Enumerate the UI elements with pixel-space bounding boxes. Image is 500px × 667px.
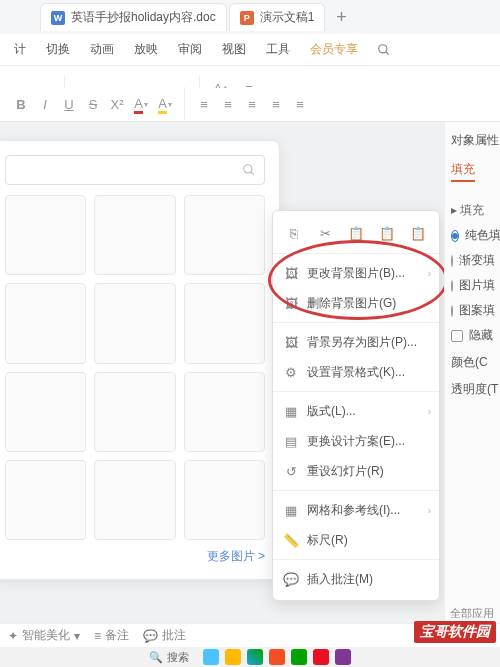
search-icon (377, 43, 391, 57)
taskbar-app-icon[interactable] (225, 649, 241, 665)
format-icon: ⚙ (281, 360, 301, 384)
reset-icon: ↺ (281, 459, 301, 483)
ctx-ruler[interactable]: 📏 标尺(R) (273, 525, 439, 555)
tab-title: 英语手抄报holiday内容.doc (71, 9, 216, 26)
ctx-label: 标尺(R) (307, 532, 431, 549)
picker-search-input[interactable] (5, 155, 265, 185)
ctx-label: 设置背景格式(K)... (307, 364, 431, 381)
taskbar-search[interactable]: 🔍 搜索 (149, 650, 188, 665)
menu-tools[interactable]: 工具 (256, 34, 300, 66)
picker-thumbnail[interactable] (94, 372, 175, 452)
fill-option-pattern[interactable]: 图案填 (451, 302, 494, 319)
ctx-insert-comment[interactable]: 💬 插入批注(M) (273, 564, 439, 594)
search-icon (242, 163, 256, 177)
copy-icon[interactable]: ⎘ (282, 221, 306, 245)
picker-thumbnail[interactable] (184, 283, 265, 363)
align-left-button[interactable]: ≡ (193, 94, 215, 116)
picker-thumbnail[interactable] (5, 460, 86, 540)
checkbox-icon (451, 330, 463, 342)
underline-button[interactable]: U (58, 94, 80, 116)
fill-option-solid[interactable]: 纯色填 (451, 227, 494, 244)
picker-thumbnail[interactable] (184, 372, 265, 452)
tab-doc-ppt[interactable]: P 演示文稿1 (229, 3, 326, 31)
svg-point-0 (379, 44, 387, 52)
chevron-right-icon: › (428, 406, 431, 417)
notes-button[interactable]: ≡备注 (94, 627, 129, 644)
smart-beautify-button[interactable]: ✦智能美化 ▾ (8, 627, 80, 644)
align-distribute-button[interactable]: ≡ (289, 94, 311, 116)
ctx-delete-bg-image[interactable]: 🖼 删除背景图片(G) (273, 288, 439, 318)
word-doc-icon: W (51, 11, 65, 25)
menu-view[interactable]: 视图 (212, 34, 256, 66)
panel-tab-fill[interactable]: 填充 (451, 161, 475, 182)
bold-button[interactable]: B (10, 94, 32, 116)
picker-thumbnail[interactable] (94, 195, 175, 275)
svg-point-2 (244, 165, 252, 173)
align-justify-button[interactable]: ≡ (265, 94, 287, 116)
taskbar-app-icon[interactable] (203, 649, 219, 665)
all-apps-label[interactable]: 全部应用 (450, 606, 494, 621)
add-tab-button[interactable]: + (327, 3, 355, 31)
ctx-grid-guides[interactable]: ▦ 网格和参考线(I)... › (273, 495, 439, 525)
ctx-change-design[interactable]: ▤ 更换设计方案(E)... (273, 426, 439, 456)
align-center-button[interactable]: ≡ (217, 94, 239, 116)
picker-thumbnail[interactable] (184, 195, 265, 275)
highlight-button[interactable]: A▾ (154, 94, 176, 116)
picker-thumbnail[interactable] (5, 195, 86, 275)
strike-button[interactable]: S (82, 94, 104, 116)
ctx-reset-slide[interactable]: ↺ 重设幻灯片(R) (273, 456, 439, 486)
taskbar-app-icon[interactable] (291, 649, 307, 665)
ctx-label: 版式(L)... (307, 403, 422, 420)
taskbar-app-icon[interactable] (269, 649, 285, 665)
font-color-button[interactable]: A▾ (130, 94, 152, 116)
taskbar-wps-icon[interactable] (313, 649, 329, 665)
picker-thumbnail[interactable] (5, 372, 86, 452)
ctx-layout[interactable]: ▦ 版式(L)... › (273, 396, 439, 426)
ruler-icon: 📏 (281, 528, 301, 552)
ctx-label: 删除背景图片(G) (307, 295, 431, 312)
ctx-change-bg-image[interactable]: 🖼 更改背景图片(B)... › (273, 258, 439, 288)
radio-icon (451, 280, 453, 292)
picker-thumbnail[interactable] (94, 460, 175, 540)
picker-grid (5, 195, 265, 540)
superscript-button[interactable]: X² (106, 94, 128, 116)
menu-design[interactable]: 计 (4, 34, 36, 66)
tab-doc-word[interactable]: W 英语手抄报holiday内容.doc (40, 3, 227, 31)
comment-icon: 💬 (143, 629, 158, 643)
comments-button[interactable]: 💬批注 (143, 627, 186, 644)
ctx-save-bg-image[interactable]: 🖼 背景另存为图片(P)... (273, 327, 439, 357)
menu-review[interactable]: 审阅 (168, 34, 212, 66)
menu-vip[interactable]: 会员专享 (300, 34, 368, 66)
color-row[interactable]: 颜色(C (451, 354, 494, 371)
fill-option-hide[interactable]: 隐藏 (451, 327, 494, 344)
picker-thumbnail[interactable] (5, 283, 86, 363)
menu-animation[interactable]: 动画 (80, 34, 124, 66)
notes-icon: ≡ (94, 629, 101, 643)
cut-icon[interactable]: ✂ (313, 221, 337, 245)
italic-button[interactable]: I (34, 94, 56, 116)
taskbar-edge-icon[interactable] (247, 649, 263, 665)
image-save-icon: 🖼 (281, 330, 301, 354)
menu-search-button[interactable] (370, 36, 398, 64)
fill-option-picture[interactable]: 图片填 (451, 277, 494, 294)
paste-special-icon[interactable]: 📋 (375, 221, 399, 245)
windows-taskbar: 🔍 搜索 (0, 647, 500, 667)
ctx-format-bg[interactable]: ⚙ 设置背景格式(K)... (273, 357, 439, 387)
picker-more-link[interactable]: 更多图片 > (5, 540, 265, 565)
menu-slideshow[interactable]: 放映 (124, 34, 168, 66)
image-picker-panel: 更多图片 > (0, 140, 280, 580)
svg-line-3 (251, 172, 254, 175)
fill-option-gradient[interactable]: 渐变填 (451, 252, 494, 269)
opacity-row[interactable]: 透明度(T (451, 381, 494, 398)
paste-icon[interactable]: 📋 (344, 221, 368, 245)
taskbar-app-icon[interactable] (335, 649, 351, 665)
design-icon: ▤ (281, 429, 301, 453)
menu-transition[interactable]: 切换 (36, 34, 80, 66)
paste-text-icon[interactable]: 📋 (406, 221, 430, 245)
picker-thumbnail[interactable] (94, 283, 175, 363)
align-right-button[interactable]: ≡ (241, 94, 263, 116)
image-delete-icon: 🖼 (281, 291, 301, 315)
context-menu: ⎘ ✂ 📋 📋 📋 🖼 更改背景图片(B)... › 🖼 删除背景图片(G) 🖼… (272, 210, 440, 601)
picker-thumbnail[interactable] (184, 460, 265, 540)
image-edit-icon: 🖼 (281, 261, 301, 285)
